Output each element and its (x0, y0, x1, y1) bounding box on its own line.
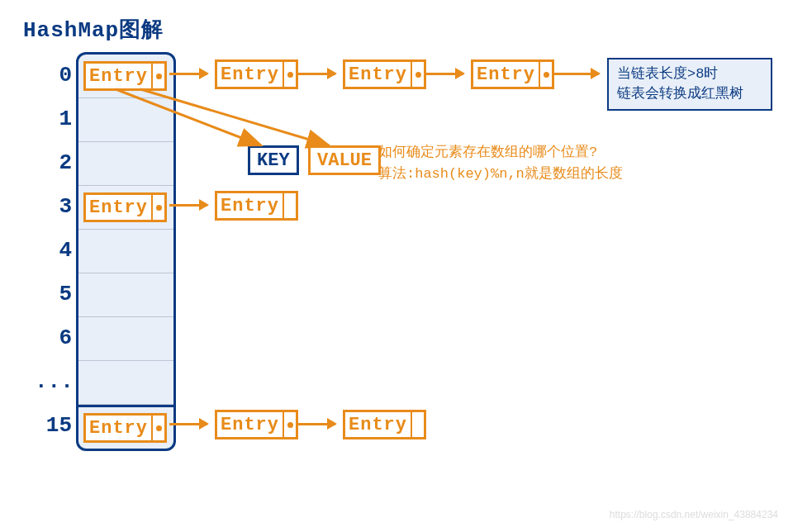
note-line: 算法:hash(key)%n,n就是数组的长度 (378, 164, 623, 185)
next-pointer-empty-icon (283, 193, 296, 218)
entry-0-3: Entry (471, 59, 554, 89)
hash-array: Entry Entry Entry (76, 52, 176, 451)
entry-0-2: Entry (343, 59, 426, 89)
key-callout: KEY (248, 145, 299, 175)
tree-threshold-note: 当链表长度>8时 链表会转换成红黑树 (607, 58, 772, 111)
arrow-icon (169, 73, 207, 75)
index-0: 0 (35, 63, 72, 88)
watermark: https://blog.csdn.net/weixin_43884234 (610, 509, 778, 520)
arrow-icon (425, 73, 463, 75)
index-2: 2 (35, 150, 72, 175)
index-5: 5 (35, 282, 72, 306)
arrow-icon (169, 423, 207, 425)
next-pointer-icon (151, 195, 164, 220)
bucket-dots (78, 361, 173, 405)
entry-label: Entry (217, 193, 283, 218)
entry-label: Entry (345, 62, 411, 87)
bucket-0: Entry (78, 55, 173, 98)
bucket-5 (78, 273, 173, 317)
bucket-4 (78, 230, 173, 273)
note-line: 如何确定元素存在数组的哪个位置? (378, 142, 623, 164)
diagram-title: HashMap图解 (23, 15, 164, 44)
bucket-15: Entry (78, 405, 173, 449)
hash-position-note: 如何确定元素存在数组的哪个位置? 算法:hash(key)%n,n就是数组的长度 (378, 142, 623, 184)
entry-3-1: Entry (215, 191, 298, 221)
entry-label: Entry (86, 416, 151, 440)
index-4: 4 (35, 238, 72, 263)
next-pointer-icon (539, 62, 552, 87)
entry-15-2: Entry (343, 410, 426, 439)
index-1: 1 (35, 107, 72, 131)
index-15: 15 (35, 413, 72, 438)
arrow-icon (169, 204, 207, 207)
bucket-3: Entry (78, 186, 173, 230)
entry-label: Entry (86, 195, 151, 220)
note-line: 链表会转换成红黑树 (617, 84, 762, 104)
next-pointer-icon (151, 416, 164, 440)
entry-15-0: Entry (83, 413, 167, 443)
next-pointer-icon (283, 62, 296, 87)
entry-3-0: Entry (83, 192, 167, 222)
bucket-2 (78, 142, 173, 186)
entry-label: Entry (473, 62, 539, 87)
note-line: 当链表长度>8时 (617, 64, 762, 84)
entry-label: Entry (86, 64, 151, 88)
next-pointer-icon (411, 62, 424, 87)
entry-15-1: Entry (215, 410, 298, 439)
index-3: 3 (35, 194, 72, 219)
arrow-icon (297, 73, 335, 75)
entry-label: Entry (345, 412, 411, 437)
arrow-icon (297, 423, 335, 425)
next-pointer-icon (151, 64, 164, 88)
bucket-1 (78, 98, 173, 142)
entry-0-0: Entry (83, 61, 167, 91)
index-dots: ... (35, 369, 72, 394)
next-pointer-empty-icon (411, 412, 424, 437)
index-6: 6 (35, 325, 72, 350)
entry-0-1: Entry (215, 59, 298, 89)
bucket-6 (78, 317, 173, 361)
next-pointer-icon (283, 412, 296, 437)
entry-label: Entry (217, 412, 283, 437)
value-callout: VALUE (308, 145, 381, 175)
entry-label: Entry (217, 62, 283, 87)
arrow-icon (553, 73, 599, 75)
